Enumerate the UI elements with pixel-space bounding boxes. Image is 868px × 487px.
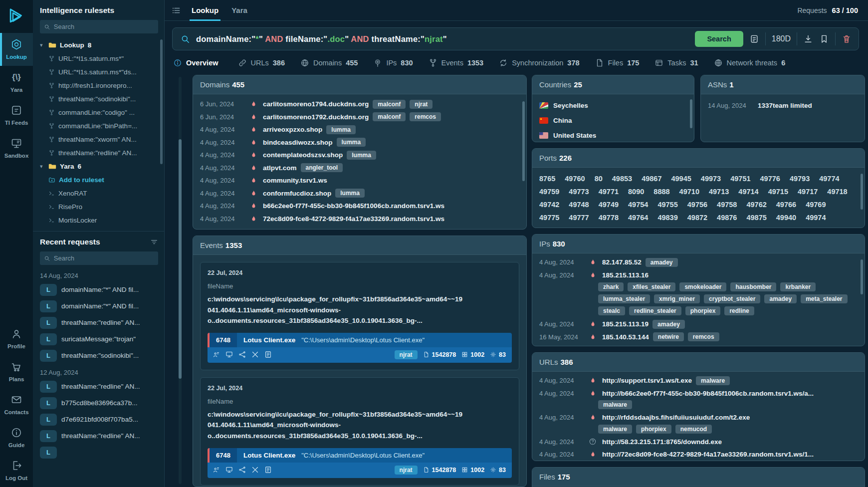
tag[interactable]: amadey <box>652 320 685 329</box>
rulesets-search-input[interactable] <box>54 23 154 30</box>
tag[interactable]: lumma <box>326 125 356 134</box>
trash-icon[interactable] <box>842 34 852 44</box>
tag[interactable]: amadey <box>764 294 797 303</box>
domain-row[interactable]: 4 Aug, 2024 arriveoxpzxo.shop lumma <box>200 123 519 136</box>
tag[interactable]: malware <box>598 400 632 409</box>
domain-row[interactable]: 6 Jun, 2024 carlitosmoreno1794.duckdns.o… <box>200 98 519 111</box>
sidebar-item-guide[interactable]: Guide <box>0 421 33 454</box>
threat-tag[interactable]: njrat <box>395 466 418 475</box>
tag[interactable]: malconf <box>373 112 406 121</box>
tag[interactable]: nemucod <box>675 425 712 434</box>
tab-yara[interactable]: Yara <box>229 0 249 21</box>
search-button[interactable]: Search <box>695 31 743 47</box>
asn-row[interactable]: 14 Aug, 2024 1337team limited <box>708 98 858 113</box>
recent-search[interactable] <box>40 251 158 265</box>
tag[interactable]: lumma <box>347 151 376 160</box>
tag[interactable]: stealc <box>598 306 625 315</box>
recent-request-item[interactable]: L threatName:"redline" AN... <box>40 428 159 444</box>
yara-rule-item[interactable]: MortisLocker <box>40 214 164 227</box>
domain-row[interactable]: 4 Aug, 2024 b66c2ee0-f77f-455c-bb30-9b84… <box>200 200 519 213</box>
query-bar[interactable]: domainName:"*" AND fileName:".doc" AND t… <box>172 27 859 50</box>
tab-synchronization[interactable]: Synchronization378 <box>499 58 579 67</box>
ruleset-item[interactable]: URL:"*l1s.saturn.ms*" <box>40 52 164 65</box>
sidebar-item-sandbox[interactable]: Sandbox <box>0 132 33 165</box>
recent-request-item[interactable]: L threatName:"redline" AN... <box>40 378 159 395</box>
event-item[interactable]: 22 Jul, 2024 fileName c:\windows\servici… <box>200 377 519 486</box>
tag[interactable]: njrat <box>410 100 433 109</box>
ruleset-item[interactable]: threatName:"redline" AN... <box>40 146 164 160</box>
url-row[interactable]: 4 Aug, 2024 http://72ec8d09-fce8-4272-98… <box>539 448 858 461</box>
ip-row[interactable]: 4 Aug, 2024 185.215.113.19 amadey <box>539 318 858 331</box>
tag[interactable]: krbanker <box>780 282 816 291</box>
tab-lookup[interactable]: Lookup <box>190 0 220 21</box>
recent-request-item[interactable]: L suricataMessage:"trojan" <box>40 331 159 347</box>
domain-row[interactable]: 4 Aug, 2024 72ec8d09-fce8-4272-9829-f4a1… <box>200 213 519 226</box>
recent-request-item-clipped[interactable]: L <box>40 444 159 461</box>
sidebar-item-ti-feeds[interactable]: TI Feeds <box>0 99 33 132</box>
tab-domains[interactable]: Domains455 <box>300 58 358 67</box>
folder-yara[interactable]: ▾ Yara 6 <box>40 160 164 173</box>
country-row[interactable]: United States <box>539 128 687 142</box>
tag[interactable]: malware <box>598 425 632 434</box>
tag[interactable]: lumma <box>335 189 365 198</box>
recent-request-item[interactable]: L b775cd8be83696ca37b... <box>40 395 159 411</box>
tag[interactable]: zhark <box>598 282 624 291</box>
country-row[interactable]: Seychelles <box>539 98 687 113</box>
query-template-icon[interactable] <box>749 34 759 44</box>
ruleset-item[interactable]: commandLine:"binPath=... <box>40 119 164 133</box>
tag[interactable]: remcos <box>410 112 441 121</box>
threat-tag[interactable]: njrat <box>395 350 418 359</box>
domains-scrollbar[interactable] <box>522 101 525 181</box>
tab-files[interactable]: Files175 <box>595 58 640 67</box>
tag[interactable]: lumma <box>337 138 366 147</box>
sidebar-item-plans[interactable]: Plans <box>0 355 33 388</box>
recent-request-item[interactable]: L threatName:"sodinokibi"... <box>40 347 159 364</box>
tag[interactable]: phorpiex <box>685 306 721 315</box>
tag[interactable]: netwire <box>653 332 684 341</box>
ip-row[interactable]: 16 May, 2024 185.140.53.144 netwire remc… <box>539 331 858 344</box>
domain-row[interactable]: 4 Aug, 2024 atlpvt.com angler_tool <box>200 162 519 175</box>
sidebar-item-contacts[interactable]: Contacts <box>0 388 33 421</box>
url-row[interactable]: 4 Aug, 2024 http://support.tsrv1.ws/t.ex… <box>539 374 858 387</box>
domain-row[interactable]: 6 Jun, 2024 carlitosmoreno1792.duckdns.o… <box>200 111 519 124</box>
ip-row[interactable]: 4 Aug, 2024 82.147.85.52 amadey <box>539 256 858 269</box>
tree-scrollbar[interactable] <box>160 39 163 164</box>
domain-row[interactable]: 4 Aug, 2024 bindceasdiwozx.shop lumma <box>200 136 519 149</box>
tag[interactable]: angler_tool <box>301 163 343 172</box>
ruleset-item[interactable]: threatName:"xworm" AN... <box>40 133 164 146</box>
rulesets-search[interactable] <box>40 20 158 33</box>
sidebar-item-profile[interactable]: Profile <box>0 322 33 355</box>
query-input[interactable]: domainName:"*" AND fileName:".doc" AND t… <box>196 34 689 44</box>
tag[interactable]: amadey <box>646 258 678 267</box>
tag[interactable]: remcos <box>688 332 719 341</box>
recent-request-item[interactable]: L threatName:"redline" AN... <box>40 314 159 331</box>
tab-overview[interactable]: Overview <box>173 58 222 67</box>
ruleset-item[interactable]: commandLine:"codigo" ... <box>40 106 164 119</box>
recent-search-input[interactable] <box>54 254 154 262</box>
tab-ips[interactable]: IPs830 <box>373 58 413 67</box>
url-row[interactable]: 4 Aug, 2024 http://b66c2ee0-f77f-455c-bb… <box>539 387 858 400</box>
tag[interactable]: xmrig_miner <box>654 294 700 303</box>
download-icon[interactable] <box>803 34 813 44</box>
domain-row[interactable]: 4 Aug, 2024 contemplateodszsv.shop lumma <box>200 149 519 162</box>
tab-urls[interactable]: URLs386 <box>238 58 285 67</box>
tab-network-threats[interactable]: Network threats6 <box>714 58 786 67</box>
sidebar-item-yara[interactable]: {\} Yara <box>0 66 33 99</box>
sidebar-item-lookup[interactable]: Lookup <box>0 33 33 66</box>
yara-rule-item[interactable]: XenoRAT <box>40 187 164 200</box>
tab-tasks[interactable]: Tasks31 <box>654 58 698 67</box>
yara-rule-item[interactable]: RisePro <box>40 200 164 214</box>
event-item[interactable]: 22 Jul, 2024 fileName c:\windows\servici… <box>200 262 519 370</box>
list-menu-icon[interactable] <box>172 6 181 15</box>
tag[interactable]: hausbomber <box>730 282 776 291</box>
tag[interactable]: malconf <box>373 100 406 109</box>
countries-scrollbar[interactable] <box>690 99 692 128</box>
tag[interactable]: phorpiex <box>636 425 671 434</box>
period-selector[interactable]: 180D <box>772 34 791 43</box>
domain-row[interactable]: 4 Aug, 2024 conformfucdioz.shop lumma <box>200 187 519 200</box>
country-row[interactable]: China <box>539 113 687 128</box>
tag[interactable]: malware <box>696 376 730 385</box>
ruleset-item[interactable]: URL:"*l1s.saturn.ms*"ds... <box>40 65 164 79</box>
tag[interactable]: meta_stealer <box>801 294 847 303</box>
main-scrollbar[interactable] <box>179 77 182 484</box>
